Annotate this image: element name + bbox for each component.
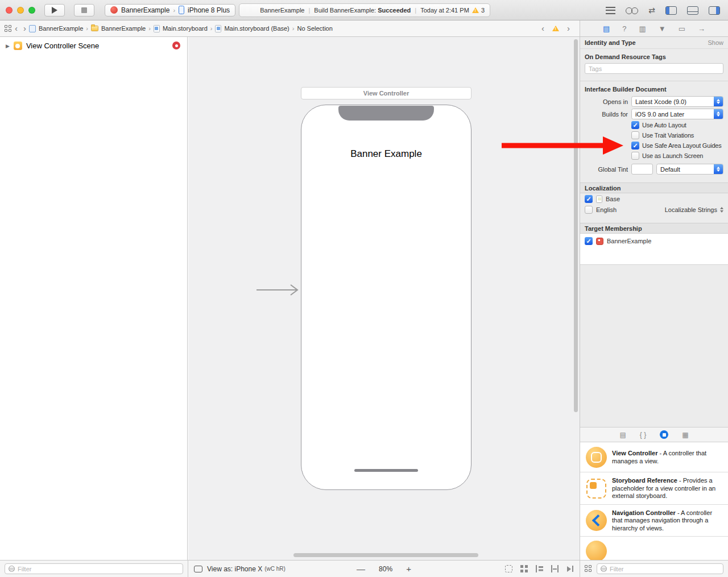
- quick-help-inspector-icon[interactable]: ?: [622, 25, 626, 32]
- english-checkbox[interactable]: [585, 206, 593, 214]
- view-controller-title-bar[interactable]: View Controller: [301, 87, 471, 99]
- folder-icon: [91, 26, 98, 31]
- outline-filter-input[interactable]: [18, 566, 179, 572]
- related-items-icon[interactable]: [5, 25, 12, 32]
- resource-tags-label: On Demand Resource Tags: [580, 49, 728, 62]
- library-filter-input[interactable]: [610, 566, 719, 572]
- breadcrumb-separator: ›: [146, 25, 154, 32]
- breadcrumb-storyboard-base[interactable]: Main.storyboard (Base): [215, 25, 289, 32]
- banner-label[interactable]: Banner Example: [301, 148, 471, 160]
- connections-inspector-icon[interactable]: →: [698, 25, 705, 32]
- warning-icon[interactable]: [552, 26, 559, 31]
- show-link[interactable]: Show: [708, 39, 723, 46]
- scheme-selector[interactable]: BannerExample › iPhone 8 Plus: [105, 4, 235, 16]
- library-item-view-controller[interactable]: View Controller - A controller that mana…: [580, 442, 728, 472]
- size-inspector-icon[interactable]: ▭: [679, 25, 685, 32]
- library-item-storyboard-reference[interactable]: Storyboard Reference - Provides a placeh…: [580, 472, 728, 505]
- breadcrumb-no-selection[interactable]: No Selection: [297, 25, 332, 32]
- resource-tags-input[interactable]: [585, 63, 723, 74]
- assistant-editor-icon[interactable]: [626, 7, 638, 14]
- minimize-window-button[interactable]: [17, 7, 24, 14]
- toggle-navigator-panel-icon[interactable]: [665, 6, 677, 15]
- code-snippet-library-icon[interactable]: { }: [640, 431, 646, 438]
- builds-for-popup[interactable]: iOS 9.0 and Later: [631, 109, 723, 119]
- use-trait-variations-row: Use Trait Variations: [631, 131, 725, 140]
- localization-row-english: English Localizable Strings: [580, 204, 728, 215]
- canvas-bottom-bar: View as: iPhone X (wC hR) — 80% +: [188, 560, 580, 577]
- breadcrumb-project[interactable]: BannerExample: [29, 25, 83, 32]
- storyboard-file-icon: [154, 25, 160, 32]
- breadcrumb-storyboard[interactable]: Main.storyboard: [154, 25, 208, 32]
- previous-issue-button[interactable]: ‹: [539, 24, 547, 32]
- embed-in-stack-icon[interactable]: [520, 565, 528, 572]
- use-auto-layout-checkbox[interactable]: [631, 121, 639, 129]
- target-app-icon: [596, 238, 603, 245]
- toggle-debug-panel-icon[interactable]: [687, 6, 698, 15]
- library-filter-field[interactable]: [597, 563, 723, 574]
- disclosure-triangle-icon[interactable]: ▶: [6, 43, 10, 49]
- stepper-icon[interactable]: [720, 207, 723, 213]
- view-controller-scene-row[interactable]: ▶ View Controller Scene: [0, 37, 187, 55]
- device-config-icon: [194, 566, 202, 572]
- use-safe-area-layout-guides-checkbox[interactable]: [631, 142, 639, 150]
- standard-editor-icon[interactable]: [606, 7, 615, 14]
- toggle-inspector-panel-icon[interactable]: [709, 6, 720, 15]
- storyboard-canvas[interactable]: View Controller Banner Example: [188, 37, 580, 560]
- global-tint-popup[interactable]: Default: [656, 164, 723, 175]
- localization-row-base: Base: [580, 193, 728, 204]
- back-button[interactable]: ‹: [12, 24, 20, 32]
- vertical-scrollbar[interactable]: [574, 39, 578, 412]
- align-icon[interactable]: [536, 565, 543, 572]
- base-checkbox[interactable]: [585, 195, 593, 203]
- zoom-window-button[interactable]: [28, 7, 35, 14]
- version-editor-icon[interactable]: ⇄: [648, 7, 655, 14]
- outline-filter-bar: [0, 560, 188, 577]
- breadcrumb-group[interactable]: BannerExample: [91, 25, 146, 32]
- stop-button[interactable]: [74, 4, 94, 16]
- pin-constraints-icon[interactable]: [551, 565, 559, 572]
- scene-icon: [14, 41, 22, 50]
- warning-badge[interactable]: 3: [472, 7, 485, 14]
- status-bar-notch: [338, 106, 434, 121]
- zoom-out-button[interactable]: —: [357, 564, 365, 574]
- view-controller-icon: [586, 447, 607, 468]
- update-frames-icon[interactable]: [505, 565, 512, 572]
- zoom-level[interactable]: 80%: [379, 565, 392, 573]
- resolve-auto-layout-icon[interactable]: [566, 565, 574, 572]
- localization-header: Localization: [580, 182, 728, 193]
- media-library-icon[interactable]: ▦: [682, 431, 688, 438]
- run-button[interactable]: [44, 4, 65, 16]
- next-issue-button[interactable]: ›: [564, 24, 573, 32]
- library-item-partial[interactable]: [580, 537, 728, 560]
- error-badge[interactable]: [172, 41, 180, 49]
- filter-icon: [9, 566, 15, 572]
- localization-label: Base: [606, 196, 620, 202]
- identity-inspector-icon[interactable]: ▥: [639, 25, 646, 32]
- zoom-in-button[interactable]: +: [406, 564, 411, 574]
- global-tint-color-well[interactable]: [631, 164, 653, 175]
- storyboard-entry-point-arrow: [255, 283, 302, 297]
- grid-view-icon[interactable]: [585, 565, 592, 572]
- scheme-name[interactable]: BannerExample: [121, 6, 169, 14]
- file-inspector-icon[interactable]: ▤: [603, 25, 610, 32]
- object-library-icon[interactable]: [660, 430, 668, 439]
- opens-in-popup[interactable]: Latest Xcode (9.0): [631, 96, 723, 107]
- view-controller-view[interactable]: Banner Example: [301, 105, 471, 490]
- inspector-tab-bar: ▤ ? ▥ ▼ ▭ →: [580, 20, 728, 37]
- file-template-library-icon[interactable]: ▤: [619, 431, 626, 438]
- forward-button[interactable]: ›: [20, 24, 29, 32]
- attributes-inspector-icon[interactable]: ▼: [659, 25, 666, 32]
- run-destination[interactable]: iPhone 8 Plus: [188, 6, 230, 14]
- target-membership-list: BannerExample: [580, 234, 728, 265]
- target-checkbox[interactable]: [585, 237, 593, 245]
- library-item-navigation-controller[interactable]: Navigation Controller - A controller tha…: [580, 505, 728, 537]
- use-as-launch-screen-checkbox[interactable]: [631, 152, 639, 160]
- horizontal-scrollbar[interactable]: [293, 553, 478, 557]
- outline-filter-field[interactable]: [5, 563, 183, 574]
- close-window-button[interactable]: [6, 7, 13, 14]
- use-trait-variations-checkbox[interactable]: [631, 131, 639, 139]
- view-as-label[interactable]: View as: iPhone X: [207, 565, 262, 573]
- warning-count: 3: [481, 7, 485, 14]
- localization-file-type[interactable]: Localizable Strings: [665, 206, 723, 213]
- status-separator: |: [415, 7, 416, 14]
